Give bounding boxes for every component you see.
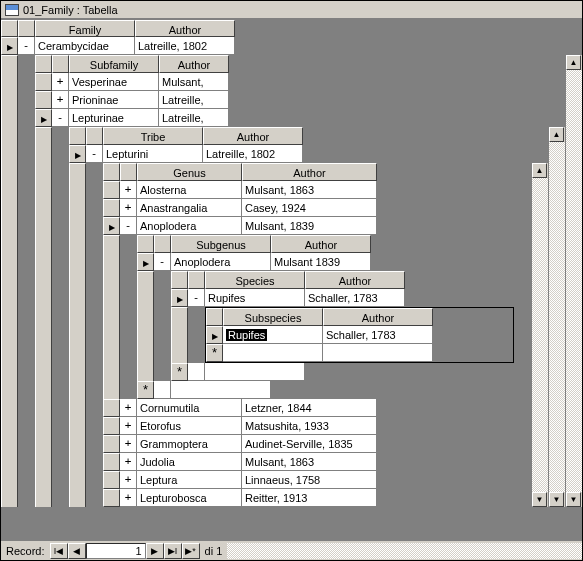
species-author[interactable]: Schaller, 1783 [305, 289, 405, 307]
genus-author[interactable]: Casey, 1924 [242, 199, 377, 217]
nav-next-button[interactable]: ▶ [146, 543, 164, 559]
row-selector[interactable] [35, 73, 52, 91]
row-selector-header [1, 20, 18, 37]
row-selector[interactable] [69, 145, 86, 163]
record-total: di 1 [200, 545, 228, 557]
genus-author[interactable]: Reitter, 1913 [242, 489, 377, 507]
col-author[interactable]: Author [135, 20, 235, 37]
genus-author[interactable]: Mulsant, 1839 [242, 217, 377, 235]
col-genus[interactable]: Genus [137, 163, 242, 181]
tribe-author[interactable]: Latreille, 1802 [203, 145, 303, 163]
genus-name[interactable]: Anoplodera [137, 217, 242, 235]
scrollbar-v-l3[interactable]: ▲ ▼ [531, 163, 548, 507]
new-record[interactable] [137, 381, 154, 399]
genus-author[interactable]: Audinet-Serville, 1835 [242, 435, 377, 453]
genus-name[interactable]: Cornumutila [137, 399, 242, 417]
expand-toggle[interactable]: + [52, 91, 69, 109]
titlebar: 01_Family : Tabella [1, 1, 582, 19]
scroll-down-icon[interactable]: ▼ [549, 492, 564, 507]
record-number-input[interactable] [86, 543, 146, 559]
h-scroll-track[interactable] [227, 543, 582, 559]
subgenus-author[interactable]: Mulsant 1839 [271, 253, 371, 271]
genus-author[interactable]: Mulsant, 1863 [242, 453, 377, 471]
col-subfamily[interactable]: Subfamily [69, 55, 159, 73]
subfamily-name[interactable]: Prioninae [69, 91, 159, 109]
col-subgenus[interactable]: Subgenus [171, 235, 271, 253]
col-author[interactable]: Author [203, 127, 303, 145]
genus-name[interactable]: Grammoptera [137, 435, 242, 453]
app-window: 01_Family : Tabella Family Author - Cera… [0, 0, 583, 561]
tribe-name[interactable]: Lepturini [103, 145, 203, 163]
new-record[interactable] [171, 363, 188, 381]
col-tribe[interactable]: Tribe [103, 127, 203, 145]
expand-toggle[interactable]: - [86, 145, 103, 163]
subfamily-author[interactable]: Latreille, [159, 109, 229, 127]
expand-toggle[interactable]: + [52, 73, 69, 91]
genus-author[interactable]: Letzner, 1844 [242, 399, 377, 417]
genus-name[interactable]: Judolia [137, 453, 242, 471]
content-area: Family Author - Cerambycidae Latreille, … [1, 19, 582, 540]
expand-toggle[interactable]: - [52, 109, 69, 127]
family-author[interactable]: Latreille, 1802 [135, 37, 235, 55]
genus-name[interactable]: Etorofus [137, 417, 242, 435]
col-author[interactable]: Author [242, 163, 377, 181]
subgenus-name[interactable]: Anoplodera [171, 253, 271, 271]
datasheet-icon [5, 4, 19, 16]
family-name[interactable]: Cerambycidae [35, 37, 135, 55]
scrollbar-v-l1[interactable]: ▲ ▼ [565, 55, 582, 507]
row-selector[interactable] [35, 109, 52, 127]
scroll-up-icon[interactable]: ▲ [549, 127, 564, 142]
col-subspecies[interactable]: Subspecies [223, 308, 323, 326]
subfamily-name[interactable]: Lepturinae [69, 109, 159, 127]
subspecies-name[interactable]: Rupifes [223, 326, 323, 344]
subfamily-author[interactable]: Mulsant, [159, 73, 229, 91]
nav-first-button[interactable]: I◀ [50, 543, 68, 559]
scroll-up-icon[interactable]: ▲ [532, 163, 547, 178]
genus-author[interactable]: Matsushita, 1933 [242, 417, 377, 435]
new-record[interactable] [206, 344, 223, 362]
genus-name[interactable]: Lepturobosca [137, 489, 242, 507]
indent-l0 [1, 55, 18, 507]
col-author[interactable]: Author [323, 308, 433, 326]
scroll-down-icon[interactable]: ▼ [566, 492, 581, 507]
genus-author[interactable]: Linnaeus, 1758 [242, 471, 377, 489]
record-nav: Record: I◀ ◀ ▶ ▶I ▶* di 1 [1, 540, 582, 560]
genus-name[interactable]: Anastrangalia [137, 199, 242, 217]
species-name[interactable]: Rupifes [205, 289, 305, 307]
nav-new-button[interactable]: ▶* [182, 543, 200, 559]
col-author[interactable]: Author [159, 55, 229, 73]
scrollbar-v-l2[interactable]: ▲ ▼ [548, 127, 565, 507]
scroll-up-icon[interactable]: ▲ [566, 55, 581, 70]
scroll-down-icon[interactable]: ▼ [532, 492, 547, 507]
window-title: 01_Family : Tabella [23, 4, 118, 16]
nav-prev-button[interactable]: ◀ [68, 543, 86, 559]
genus-name[interactable]: Leptura [137, 471, 242, 489]
genus-name[interactable]: Alosterna [137, 181, 242, 199]
col-species[interactable]: Species [205, 271, 305, 289]
row-selector[interactable] [35, 91, 52, 109]
record-label: Record: [1, 545, 50, 557]
genus-author[interactable]: Mulsant, 1863 [242, 181, 377, 199]
col-author[interactable]: Author [305, 271, 405, 289]
col-author[interactable]: Author [271, 235, 371, 253]
subfamily-author[interactable]: Latreille, [159, 91, 229, 109]
subspecies-author[interactable]: Schaller, 1783 [323, 326, 433, 344]
dark-indent-l0 [18, 55, 35, 507]
col-family[interactable]: Family [35, 20, 135, 37]
expand-toggle[interactable]: - [18, 37, 35, 55]
row-selector[interactable] [1, 37, 18, 55]
expand-header [18, 20, 35, 37]
subfamily-name[interactable]: Vesperinae [69, 73, 159, 91]
nav-last-button[interactable]: ▶I [164, 543, 182, 559]
